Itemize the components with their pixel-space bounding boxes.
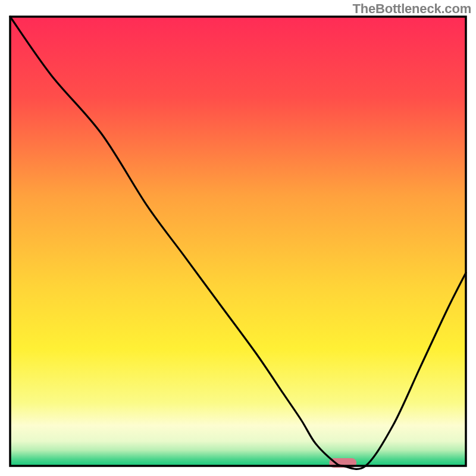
chart-stage: TheBottleneck.com: [0, 0, 476, 476]
bottleneck-chart: [0, 0, 476, 476]
chart-background-gradient: [10, 17, 466, 466]
watermark-label: TheBottleneck.com: [352, 1, 471, 17]
